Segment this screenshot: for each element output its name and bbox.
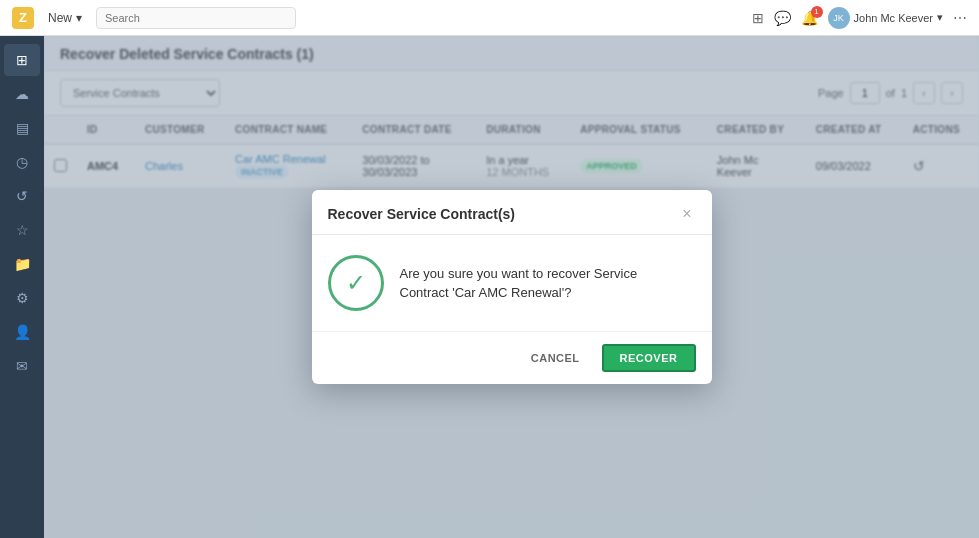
user-menu[interactable]: JK John Mc Keever ▾ [828,7,943,29]
modal-footer: CANCEL RECOVER [312,331,712,384]
modal-message-line2: Contract 'Car AMC Renewal'? [400,285,572,300]
modal-body: ✓ Are you sure you want to recover Servi… [312,235,712,331]
modal-icon-circle: ✓ [328,255,384,311]
sidebar-item-home[interactable]: ⊞ [4,44,40,76]
search-input[interactable] [96,7,296,29]
check-icon: ✓ [346,269,366,297]
sidebar-item-message[interactable]: ✉ [4,350,40,382]
main-content: Recover Deleted Service Contracts (1) Se… [44,36,979,538]
new-button[interactable]: New ▾ [42,8,88,28]
sidebar-item-list[interactable]: ▤ [4,112,40,144]
sidebar-item-folder[interactable]: 📁 [4,248,40,280]
sidebar-item-sync[interactable]: ↺ [4,180,40,212]
modal-message-line1: Are you sure you want to recover Service [400,266,638,281]
sidebar: ⊞ ☁ ▤ ◷ ↺ ☆ 📁 ⚙ 👤 ✉ [0,36,44,538]
more-options-icon[interactable]: ⋯ [953,10,967,26]
sidebar-item-star[interactable]: ☆ [4,214,40,246]
modal-close-button[interactable]: × [678,204,695,224]
modal-title: Recover Service Contract(s) [328,206,516,222]
modal-overlay: Recover Service Contract(s) × ✓ Are you … [44,36,979,538]
notification-icon[interactable]: 🔔 1 [801,10,818,26]
recover-button[interactable]: RECOVER [602,344,696,372]
app-logo: Z [12,7,34,29]
layout: ⊞ ☁ ▤ ◷ ↺ ☆ 📁 ⚙ 👤 ✉ Recover Deleted Serv… [0,36,979,538]
sidebar-item-clock[interactable]: ◷ [4,146,40,178]
sidebar-item-settings[interactable]: ⚙ [4,282,40,314]
avatar: JK [828,7,850,29]
sidebar-item-user[interactable]: 👤 [4,316,40,348]
modal-header: Recover Service Contract(s) × [312,190,712,235]
user-name: John Mc Keever [854,12,933,24]
chat-icon[interactable]: 💬 [774,10,791,26]
top-bar: Z New ▾ ⊞ 💬 🔔 1 JK John Mc Keever ▾ ⋯ [0,0,979,36]
notification-badge: 1 [811,6,823,18]
cancel-button[interactable]: CANCEL [519,346,592,370]
recover-modal: Recover Service Contract(s) × ✓ Are you … [312,190,712,384]
sidebar-item-cloud[interactable]: ☁ [4,78,40,110]
grid-view-icon[interactable]: ⊞ [752,10,764,26]
modal-message: Are you sure you want to recover Service… [400,264,638,303]
